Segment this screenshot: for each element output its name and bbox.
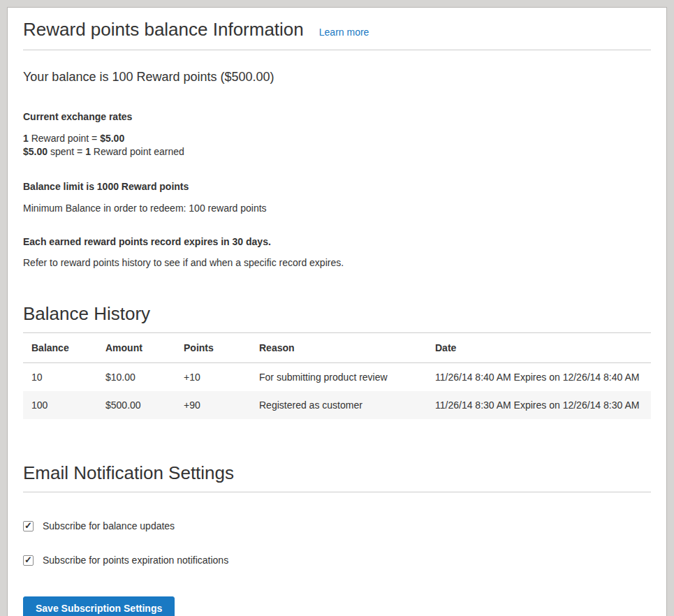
- exchange-line1-amount: $5.00: [100, 133, 124, 144]
- column-header-balance: Balance: [23, 333, 97, 363]
- table-row: 10 $10.00 +10 For submitting product rev…: [23, 363, 651, 392]
- cell-points: +90: [175, 391, 251, 419]
- balance-history-heading: Balance History: [23, 303, 651, 333]
- exchange-line1-points: 1: [23, 133, 29, 144]
- subscribe-expiration-row: Subscribe for points expiration notifica…: [23, 555, 651, 566]
- balance-summary: Your balance is 100 Reward points ($500.…: [23, 70, 651, 85]
- cell-date: 11/26/14 8:30 AM Expires on 12/26/14 8:3…: [427, 391, 651, 419]
- cell-points: +10: [175, 363, 251, 392]
- exchange-line2-points: 1: [85, 146, 91, 157]
- subscribe-expiration-label[interactable]: Subscribe for points expiration notifica…: [43, 555, 228, 566]
- cell-amount: $500.00: [97, 391, 175, 419]
- save-subscription-settings-button[interactable]: Save Subscription Settings: [23, 596, 175, 616]
- subscribe-expiration-checkbox[interactable]: [23, 555, 34, 566]
- column-header-date: Date: [427, 333, 651, 363]
- table-row: 100 $500.00 +90 Registered as customer 1…: [23, 391, 651, 419]
- page-header: Reward points balance Information Learn …: [23, 8, 651, 50]
- column-header-points: Points: [175, 333, 251, 363]
- column-header-amount: Amount: [97, 333, 175, 363]
- balance-history-table: Balance Amount Points Reason Date 10 $10…: [23, 333, 651, 419]
- cell-balance: 100: [23, 391, 97, 419]
- email-notification-heading: Email Notification Settings: [23, 462, 651, 492]
- table-header-row: Balance Amount Points Reason Date: [23, 333, 651, 363]
- exchange-rates-lines: 1 Reward point = $5.00 $5.00 spent = 1 R…: [23, 132, 651, 159]
- subscribe-balance-updates-label[interactable]: Subscribe for balance updates: [43, 520, 175, 531]
- exchange-line2-text2: Reward point earned: [91, 146, 184, 157]
- subscribe-balance-updates-row: Subscribe for balance updates: [23, 520, 651, 531]
- exchange-rate-line-spend: $5.00 spent = 1 Reward point earned: [23, 145, 651, 159]
- expiry-note-text: Refer to reward points history to see if…: [23, 257, 651, 268]
- cell-balance: 10: [23, 363, 97, 392]
- learn-more-link[interactable]: Learn more: [319, 27, 369, 38]
- subscribe-balance-updates-checkbox[interactable]: [23, 521, 34, 531]
- cell-date: 11/26/14 8:40 AM Expires on 12/26/14 8:4…: [427, 363, 651, 392]
- expiry-rule-text: Each earned reward points record expires…: [23, 236, 651, 247]
- exchange-line1-text: Reward point =: [29, 133, 100, 144]
- page-title: Reward points balance Information: [23, 19, 304, 41]
- email-notification-section: Email Notification Settings: [23, 462, 651, 492]
- minimum-balance-text: Minimum Balance in order to redeem: 100 …: [23, 203, 651, 214]
- exchange-line2-text: spent =: [47, 146, 85, 157]
- reward-points-panel: Reward points balance Information Learn …: [7, 7, 667, 616]
- balance-limit-text: Balance limit is 1000 Reward points: [23, 181, 651, 192]
- cell-reason: For submitting product review: [251, 363, 427, 392]
- exchange-rate-line-earn: 1 Reward point = $5.00: [23, 132, 651, 145]
- exchange-line2-amount: $5.00: [23, 146, 47, 157]
- exchange-rates-heading: Current exchange rates: [23, 111, 651, 122]
- column-header-reason: Reason: [251, 333, 427, 363]
- cell-reason: Registered as customer: [251, 391, 427, 419]
- balance-history-section: Balance History: [23, 303, 651, 333]
- cell-amount: $10.00: [97, 363, 175, 392]
